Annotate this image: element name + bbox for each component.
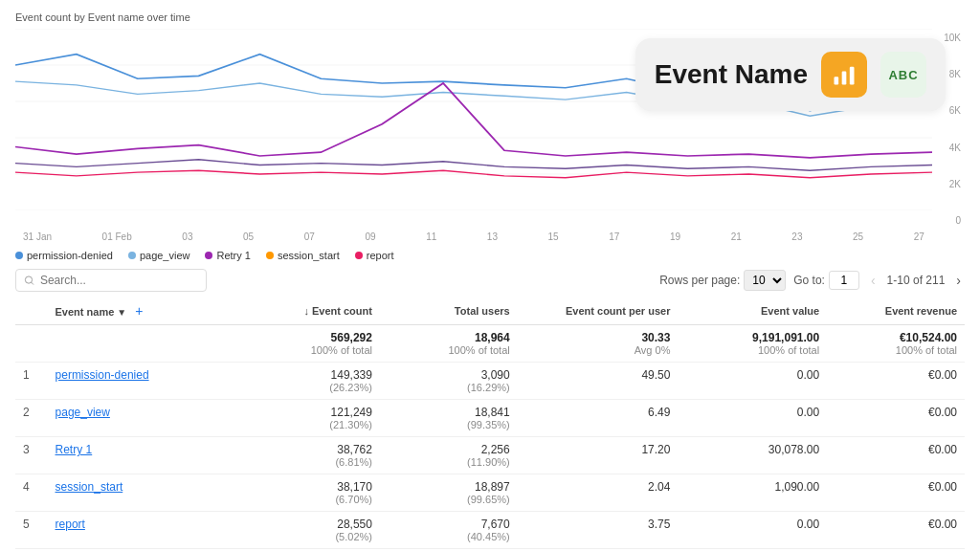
x-axis-labels: 31 Jan01 Feb03050709111315171921232527 [15,230,932,244]
row-num: 2 [15,400,48,437]
analytics-icon [821,52,867,98]
abc-icon: ABC [880,52,926,98]
row-event-count: 149,339 (26.23%) [231,363,380,400]
total-users: 18,964 [388,331,510,344]
row-event-count: 121,249 (21.30%) [231,400,380,437]
svg-rect-7 [842,72,847,85]
table-row: 5 report 28,550 (5.02%) 7,670 (40.45%) 3… [15,512,965,549]
th-count-per-user: Event count per user [518,298,679,325]
legend-permission-denied: permission-denied [15,250,113,261]
goto-input[interactable] [829,271,859,290]
rows-per-page-label: Rows per page: [659,274,740,287]
events-table: Event name ▼ + ↓ Event count Total users… [15,298,965,549]
row-event-revenue: €0.00 [827,512,965,549]
row-total-users: 3,090 (16.29%) [380,363,518,400]
search-input[interactable] [40,274,198,287]
row-event-name: permission-denied [48,363,232,400]
total-event-count: 569,292 [238,331,372,344]
legend-report: report [355,250,394,261]
next-page-button[interactable]: › [952,271,965,290]
table-row: 4 session_start 38,170 (6.70%) 18,897 (9… [15,474,965,512]
row-count-per-user: 6.49 [518,400,679,437]
search-icon [24,275,34,286]
rows-per-page: Rows per page: 10 25 50 [659,270,786,291]
total-users-sub: 100% of total [388,344,510,356]
chart-legend: permission-denied page_view Retry 1 sess… [15,250,965,261]
add-column-button[interactable]: + [135,303,143,319]
legend-page-view: page_view [128,250,190,261]
total-event-revenue-sub: 100% of total [835,344,957,356]
row-event-name: Retry 1 [48,437,232,474]
row-event-value: 0.00 [678,363,827,400]
prev-page-button[interactable]: ‹ [867,271,880,290]
toolbar: Rows per page: 10 25 50 Go to: ‹ 1-10 of… [15,269,965,292]
total-event-value: 9,191,091.00 [685,331,819,344]
row-event-name: session_start [48,474,232,512]
row-total-users: 18,841 (99.35%) [380,400,518,437]
th-event-value: Event value [678,298,827,325]
search-box[interactable] [15,269,207,292]
row-event-value: 1,090.00 [678,474,827,512]
table-total-row: 569,292 100% of total 18,964 100% of tot… [15,325,965,363]
total-count-per-user-sub: Avg 0% [525,344,671,356]
total-count-per-user: 30.33 [525,331,671,344]
total-event-revenue: €10,524.00 [835,331,957,344]
row-event-value: 0.00 [678,512,827,549]
goto-label: Go to: [793,274,825,287]
row-count-per-user: 17.20 [518,437,679,474]
legend-retry1: Retry 1 [205,250,250,261]
overlay-card: Event Name ABC [635,38,946,111]
row-event-value: 0.00 [678,400,827,437]
row-event-revenue: €0.00 [827,474,965,512]
row-num: 5 [15,512,48,549]
th-event-count[interactable]: ↓ Event count [231,298,380,325]
row-num: 4 [15,474,48,512]
th-event-name[interactable]: Event name ▼ + [48,298,232,325]
event-name-link[interactable]: page_view [56,406,110,419]
page-info: 1-10 of 211 [887,274,946,287]
row-count-per-user: 2.04 [518,474,679,512]
table-row: 1 permission-denied 149,339 (26.23%) 3,0… [15,363,965,400]
row-event-count: 28,550 (5.02%) [231,512,380,549]
row-count-per-user: 49.50 [518,363,679,400]
th-num [15,298,48,325]
chart-title: Event count by Event name over time [15,11,965,23]
pagination-controls: Rows per page: 10 25 50 Go to: ‹ 1-10 of… [659,270,965,291]
row-count-per-user: 3.75 [518,512,679,549]
event-name-link[interactable]: session_start [56,480,123,494]
svg-line-10 [31,282,33,284]
row-total-users: 7,670 (40.45%) [380,512,518,549]
row-event-revenue: €0.00 [827,437,965,474]
row-event-name: page_view [48,400,232,437]
row-num: 3 [15,437,48,474]
row-event-revenue: €0.00 [827,400,965,437]
svg-rect-8 [850,67,855,85]
row-event-count: 38,762 (6.81%) [231,437,380,474]
th-total-users: Total users [380,298,518,325]
row-event-value: 30,078.00 [678,437,827,474]
row-num: 1 [15,363,48,400]
goto-page: Go to: [793,271,859,290]
th-event-revenue: Event revenue [827,298,965,325]
table-row: 3 Retry 1 38,762 (6.81%) 2,256 (11.90%) … [15,437,965,474]
row-total-users: 2,256 (11.90%) [380,437,518,474]
total-event-value-sub: 100% of total [685,344,819,356]
total-event-count-sub: 100% of total [238,344,372,356]
overlay-title: Event Name [655,59,808,90]
event-name-link[interactable]: report [56,518,85,531]
legend-session-start: session_start [266,250,340,261]
row-event-count: 38,170 (6.70%) [231,474,380,512]
row-event-name: report [48,512,232,549]
row-total-users: 18,897 (99.65%) [380,474,518,512]
row-event-revenue: €0.00 [827,363,965,400]
table-row: 2 page_view 121,249 (21.30%) 18,841 (99.… [15,400,965,437]
event-name-link[interactable]: Retry 1 [56,443,93,456]
event-name-link[interactable]: permission-denied [56,368,149,382]
svg-rect-6 [835,77,839,84]
rows-per-page-select[interactable]: 10 25 50 [744,270,786,291]
